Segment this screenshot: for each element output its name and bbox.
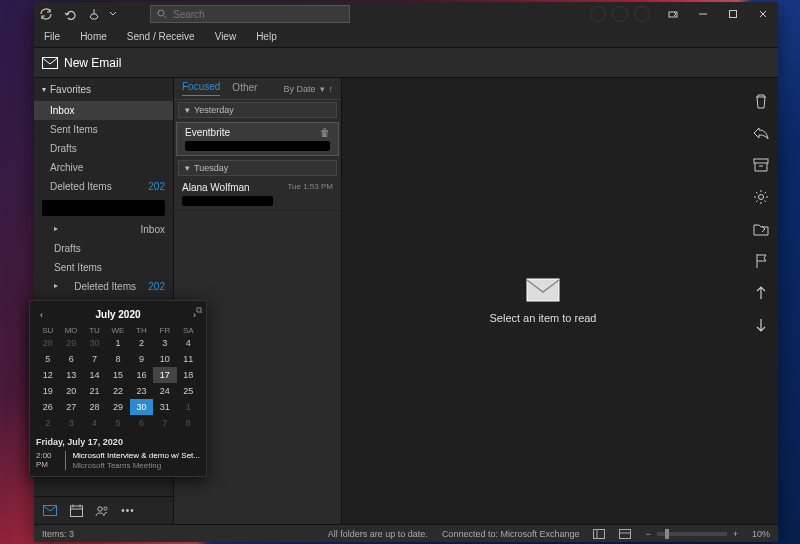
calendar-day[interactable]: 9 (130, 351, 153, 367)
calendar-day[interactable]: 8 (106, 351, 129, 367)
reply-icon[interactable] (752, 124, 770, 142)
sync-icon[interactable] (34, 2, 58, 26)
previous-icon[interactable] (752, 284, 770, 302)
calendar-day[interactable]: 6 (59, 351, 82, 367)
calendar-day[interactable]: 29 (106, 399, 129, 415)
calendar-day[interactable]: 8 (177, 415, 200, 431)
calendar-day[interactable]: 31 (153, 399, 176, 415)
calendar-day[interactable]: 22 (106, 383, 129, 399)
zoom-slider[interactable] (657, 532, 727, 536)
agenda-item[interactable]: 2:00 PM Microsoft Interview & demo w/ Se… (36, 451, 200, 470)
calendar-day[interactable]: 11 (177, 351, 200, 367)
nav-more-icon[interactable]: ••• (120, 503, 136, 519)
favorites-header[interactable]: ▾Favorites (34, 78, 173, 101)
calendar-day[interactable]: 5 (106, 415, 129, 431)
sort-ascending-icon[interactable]: ↑ (329, 84, 334, 94)
mail-module-icon[interactable] (42, 503, 58, 519)
folder-drafts[interactable]: Drafts (34, 139, 173, 158)
calendar-day[interactable]: 29 (59, 335, 82, 351)
calendar-day[interactable]: 30 (130, 399, 153, 415)
folder-account-deleted[interactable]: ▸Deleted Items202 (34, 277, 173, 296)
touch-mode-icon[interactable] (82, 2, 106, 26)
folder-account-sent[interactable]: Sent Items (34, 258, 173, 277)
calendar-day[interactable]: 28 (36, 335, 59, 351)
dock-peek-icon[interactable]: ⧉ (196, 305, 202, 316)
calendar-day[interactable]: 23 (130, 383, 153, 399)
folder-archive[interactable]: Archive (34, 158, 173, 177)
calendar-day[interactable]: 12 (36, 367, 59, 383)
reading-pane-placeholder: Select an item to read (489, 312, 596, 324)
menu-send-receive[interactable]: Send / Receive (117, 27, 205, 46)
sort-menu[interactable]: By Date▾↑ (283, 84, 333, 94)
calendar-day[interactable]: 10 (153, 351, 176, 367)
view-normal-icon[interactable] (593, 529, 605, 539)
cal-prev-icon[interactable]: ‹ (40, 310, 43, 320)
calendar-day[interactable]: 2 (130, 335, 153, 351)
archive-icon[interactable] (752, 156, 770, 174)
search-input[interactable] (173, 9, 343, 20)
maximize-button[interactable] (718, 2, 748, 26)
tab-other[interactable]: Other (232, 82, 257, 96)
folder-account-drafts[interactable]: Drafts (34, 239, 173, 258)
calendar-day[interactable]: 25 (177, 383, 200, 399)
message-item[interactable]: Eventbrite🗑 (176, 122, 339, 156)
calendar-day[interactable]: 6 (130, 415, 153, 431)
menu-help[interactable]: Help (246, 27, 287, 46)
close-button[interactable] (748, 2, 778, 26)
calendar-grid[interactable]: 2829301234567891011121314151617181920212… (36, 335, 200, 431)
delete-icon[interactable] (752, 92, 770, 110)
message-item[interactable]: Alana WolfmanTue 1:53 PM (174, 178, 341, 211)
calendar-day[interactable]: 4 (177, 335, 200, 351)
calendar-module-icon[interactable] (68, 503, 84, 519)
calendar-day[interactable]: 24 (153, 383, 176, 399)
search-box[interactable] (150, 5, 350, 23)
calendar-day[interactable]: 1 (177, 399, 200, 415)
undo-icon[interactable] (58, 2, 82, 26)
calendar-day[interactable]: 5 (36, 351, 59, 367)
calendar-day[interactable]: 14 (83, 367, 106, 383)
calendar-day[interactable]: 13 (59, 367, 82, 383)
calendar-day[interactable]: 15 (106, 367, 129, 383)
delete-message-icon[interactable]: 🗑 (320, 127, 330, 138)
calendar-day[interactable]: 21 (83, 383, 106, 399)
calendar-day[interactable]: 4 (83, 415, 106, 431)
new-email-button[interactable]: New Email (42, 56, 121, 70)
ribbon-options-icon[interactable] (658, 2, 688, 26)
folder-deleted-items[interactable]: Deleted Items202 (34, 177, 173, 196)
calendar-day[interactable]: 26 (36, 399, 59, 415)
calendar-day[interactable]: 20 (59, 383, 82, 399)
flag-icon[interactable] (752, 252, 770, 270)
calendar-day[interactable]: 7 (83, 351, 106, 367)
calendar-day[interactable]: 28 (83, 399, 106, 415)
calendar-day[interactable]: 2 (36, 415, 59, 431)
next-icon[interactable] (752, 316, 770, 334)
zoom-in-icon[interactable]: + (733, 529, 738, 539)
menu-file[interactable]: File (34, 27, 70, 46)
folder-sent-items[interactable]: Sent Items (34, 120, 173, 139)
calendar-day[interactable]: 19 (36, 383, 59, 399)
calendar-day[interactable]: 1 (106, 335, 129, 351)
menu-home[interactable]: Home (70, 27, 117, 46)
view-reading-icon[interactable] (619, 529, 631, 539)
group-yesterday[interactable]: ▾Yesterday (178, 102, 337, 118)
folder-account-inbox[interactable]: ▸Inbox (34, 220, 173, 239)
calendar-day[interactable]: 3 (59, 415, 82, 431)
qat-dropdown-icon[interactable] (106, 2, 120, 26)
calendar-day[interactable]: 27 (59, 399, 82, 415)
minimize-button[interactable] (688, 2, 718, 26)
people-module-icon[interactable] (94, 503, 110, 519)
folder-inbox[interactable]: Inbox (34, 101, 173, 120)
calendar-day[interactable]: 18 (177, 367, 200, 383)
settings-icon[interactable] (752, 188, 770, 206)
move-icon[interactable] (752, 220, 770, 238)
calendar-day[interactable]: 7 (153, 415, 176, 431)
calendar-day[interactable]: 3 (153, 335, 176, 351)
zoom-out-icon[interactable]: − (645, 529, 650, 539)
group-tuesday[interactable]: ▾Tuesday (178, 160, 337, 176)
menu-view[interactable]: View (205, 27, 247, 46)
tab-focused[interactable]: Focused (182, 81, 220, 96)
calendar-day[interactable]: 16 (130, 367, 153, 383)
calendar-day[interactable]: 17 (153, 367, 176, 383)
account-name-redacted[interactable] (42, 200, 165, 216)
calendar-day[interactable]: 30 (83, 335, 106, 351)
